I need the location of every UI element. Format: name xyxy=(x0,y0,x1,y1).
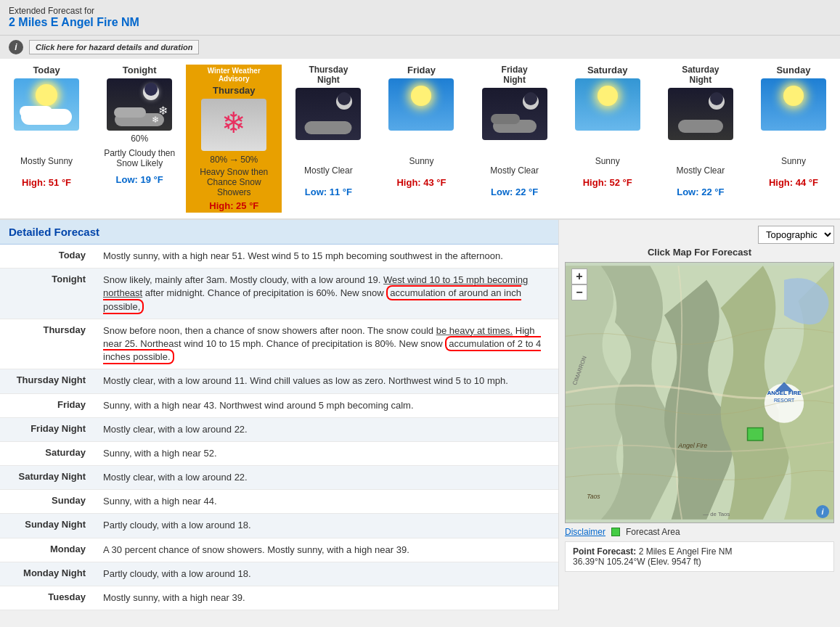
forecast-day-sunday[interactable]: Sunday Sunny High: 44 °F xyxy=(747,65,840,213)
weather-icon-fri xyxy=(388,78,454,131)
forecast-text: Mostly sunny, with a high near 51. West … xyxy=(94,245,558,269)
click-map-label: Click Map For Forecast xyxy=(565,247,834,258)
header-section: Extended Forecast for 2 Miles E Angel Fi… xyxy=(0,0,840,36)
condition-sat-night: Mostly Clear xyxy=(657,157,744,184)
map-info-button[interactable]: i xyxy=(816,505,829,518)
precip-fri-night xyxy=(471,143,558,156)
forecast-text: Sunny, with a high near 43. Northwest wi… xyxy=(94,393,558,417)
period-name: Tuesday xyxy=(0,586,94,610)
forecast-day-saturday[interactable]: Saturday Sunny High: 52 °F xyxy=(561,65,654,213)
day-name-sun: Sunday xyxy=(750,65,837,75)
precip-fri xyxy=(378,134,465,147)
map-svg: ANGEL FIRE RESORT Angel Fire Taos CIMARR… xyxy=(566,263,833,522)
hazard-link[interactable]: Click here for hazard details and durati… xyxy=(29,40,199,54)
condition-sun: Sunny xyxy=(750,148,837,174)
precip-sat xyxy=(564,134,651,147)
forecast-day-friday[interactable]: Friday Sunny High: 43 °F xyxy=(375,65,468,213)
map-panel: Topographic Satellite Street Click Map F… xyxy=(559,220,840,610)
table-row: Monday Night Partly cloudy, with a low a… xyxy=(0,562,558,586)
period-name: Monday Night xyxy=(0,562,94,586)
svg-rect-1 xyxy=(748,428,763,440)
svg-text:Angel Fire: Angel Fire xyxy=(677,442,707,449)
forecast-day-saturday-night[interactable]: SaturdayNight Mostly Clear Low: 22 °F xyxy=(654,65,747,213)
precip-today xyxy=(3,134,90,147)
forecast-text: Partly cloudy, with a low around 18. xyxy=(94,514,558,538)
period-name: Monday xyxy=(0,538,94,562)
forecast-text: A 30 percent chance of snow showers. Mos… xyxy=(94,538,558,562)
period-name: Tonight xyxy=(0,269,94,319)
table-row: Monday A 30 percent chance of snow showe… xyxy=(0,538,558,562)
precip-sun xyxy=(750,134,837,147)
forecast-day-friday-night[interactable]: FridayNight Mostly Clear Low: 22 °F xyxy=(468,65,561,213)
hazard-bar: i Click here for hazard details and dura… xyxy=(0,36,840,59)
weather-icon-sat xyxy=(575,78,640,131)
day-name-fri: Friday xyxy=(378,65,465,75)
day-name-thu-night: ThursdayNight xyxy=(285,65,372,85)
forecast-text: Snow likely, mainly after 3am. Mostly cl… xyxy=(94,269,558,319)
precip-tonight: 60% xyxy=(96,134,183,144)
day-name-sat-night: SaturdayNight xyxy=(657,65,744,85)
forecast-day-tonight[interactable]: Tonight ❄ ❄ 60% Partly Cloudy then Snow … xyxy=(93,65,186,213)
advisory-label: Winter Weather Advisory xyxy=(190,66,277,83)
weather-icon-tonight: ❄ ❄ xyxy=(107,78,172,131)
point-forecast-location: 2 Miles E Angel Fire NM xyxy=(639,546,733,557)
detailed-header: Detailed Forecast xyxy=(0,220,558,245)
forecast-day-today[interactable]: Today Mostly Sunny High: 51 °F xyxy=(0,65,93,213)
forecast-text: Mostly clear, with a low around 22. xyxy=(94,417,558,441)
weather-icon-sat-night xyxy=(668,88,733,140)
period-name: Saturday xyxy=(0,441,94,465)
temp-tonight: Low: 19 °F xyxy=(96,174,183,185)
period-name: Friday Night xyxy=(0,417,94,441)
table-row: Thursday Night Mostly clear, with a low … xyxy=(0,369,558,393)
temp-today: High: 51 °F xyxy=(3,177,90,188)
period-name: Thursday Night xyxy=(0,369,94,393)
condition-fri-night: Mostly Clear xyxy=(471,157,558,184)
map-container[interactable]: ANGEL FIRE RESORT Angel Fire Taos CIMARR… xyxy=(565,262,834,523)
forecast-text: Mostly clear, with a low around 22. xyxy=(94,466,558,490)
forecast-text: Snow before noon, then a chance of snow … xyxy=(94,319,558,369)
table-row: Saturday Night Mostly clear, with a low … xyxy=(0,466,558,490)
table-row: Tonight Snow likely, mainly after 3am. M… xyxy=(0,269,558,319)
zoom-out-button[interactable]: − xyxy=(571,284,587,300)
svg-text:— de Taos: — de Taos xyxy=(703,511,730,517)
point-forecast-section: Point Forecast: 2 Miles E Angel Fire NM … xyxy=(565,541,834,572)
day-name-sat: Saturday xyxy=(564,65,651,75)
forecast-day-thursday[interactable]: Winter Weather Advisory Thursday ❄ 80%→5… xyxy=(186,65,282,213)
condition-thursday: Heavy Snow then Chance Snow Showers xyxy=(190,167,277,197)
temp-thursday: High: 25 °F xyxy=(190,200,277,211)
forecast-text: Partly cloudy, with a low around 18. xyxy=(94,562,558,586)
day-name-fri-night: FridayNight xyxy=(471,65,558,85)
temp-sat-night: Low: 22 °F xyxy=(657,187,744,197)
period-name: Sunday xyxy=(0,490,94,514)
table-row: Tuesday Mostly sunny, with a high near 3… xyxy=(0,586,558,610)
temp-fri: High: 43 °F xyxy=(378,177,465,188)
map-type-select[interactable]: Topographic Satellite Street xyxy=(758,226,834,244)
precip-thu-night xyxy=(285,143,372,156)
temp-sun: High: 44 °F xyxy=(750,177,837,188)
table-row: Friday Night Mostly clear, with a low ar… xyxy=(0,417,558,441)
info-icon: i xyxy=(9,40,23,54)
weather-icon-thu-night xyxy=(295,88,361,140)
table-row: Friday Sunny, with a high near 43. North… xyxy=(0,393,558,417)
period-name: Friday xyxy=(0,393,94,417)
location-title: 2 Miles E Angel Fire NM xyxy=(9,16,831,29)
zoom-in-button[interactable]: + xyxy=(571,269,587,284)
forecast-area-box xyxy=(611,528,620,536)
day-name: Today xyxy=(3,65,90,75)
weather-icon-sun xyxy=(761,78,826,131)
svg-text:Taos: Taos xyxy=(587,493,600,500)
condition-tonight: Partly Cloudy then Snow Likely xyxy=(96,145,183,171)
weather-icon-fri-night xyxy=(482,88,547,140)
table-row: Today Mostly sunny, with a high near 51.… xyxy=(0,245,558,269)
disclaimer-link[interactable]: Disclaimer xyxy=(565,527,605,537)
body-section: Detailed Forecast Today Mostly sunny, wi… xyxy=(0,220,840,610)
condition-sat: Sunny xyxy=(564,148,651,174)
table-row: Sunday Sunny, with a high near 44. xyxy=(0,490,558,514)
weather-icon-today xyxy=(14,78,79,131)
point-forecast-label: Point Forecast: xyxy=(573,546,636,557)
forecast-day-thursday-night[interactable]: ThursdayNight Mostly Clear Low: 11 °F xyxy=(282,65,375,213)
forecast-text: Sunny, with a high near 52. xyxy=(94,441,558,465)
condition-fri: Sunny xyxy=(378,148,465,174)
temp-sat: High: 52 °F xyxy=(564,177,651,188)
period-name: Thursday xyxy=(0,319,94,369)
